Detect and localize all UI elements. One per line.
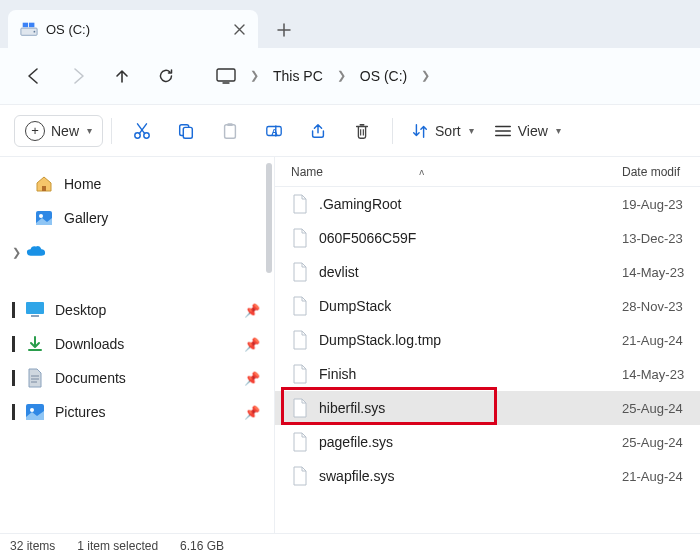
cut-button[interactable] bbox=[120, 116, 164, 146]
rename-button[interactable]: A bbox=[252, 116, 296, 146]
breadcrumb-root-icon[interactable] bbox=[210, 64, 242, 88]
nav-bar: ❯ This PC ❯ OS (C:) ❯ bbox=[0, 48, 700, 104]
paste-button[interactable] bbox=[208, 116, 252, 146]
sidebar-scrollbar[interactable] bbox=[266, 163, 272, 273]
file-row[interactable]: devlist14-May-23 bbox=[275, 255, 700, 289]
new-button[interactable]: + New ▾ bbox=[14, 115, 103, 147]
drive-icon bbox=[20, 20, 38, 38]
chevron-down-icon: ▾ bbox=[469, 125, 474, 136]
pin-icon[interactable]: 📌 bbox=[244, 371, 260, 386]
new-tab-button[interactable] bbox=[276, 22, 292, 38]
pictures-icon bbox=[25, 402, 45, 422]
documents-icon bbox=[25, 368, 45, 388]
sidebar-item-desktop[interactable]: Desktop 📌 bbox=[6, 293, 268, 327]
accent-bar bbox=[12, 336, 15, 352]
sidebar-label: Gallery bbox=[64, 210, 108, 226]
file-name: DumpStack.log.tmp bbox=[319, 332, 441, 348]
file-icon bbox=[291, 431, 309, 453]
file-icon bbox=[291, 329, 309, 351]
file-row[interactable]: pagefile.sys25-Aug-24 bbox=[275, 425, 700, 459]
svg-rect-13 bbox=[42, 186, 46, 191]
file-row[interactable]: .GamingRoot19-Aug-23 bbox=[275, 187, 700, 221]
chevron-down-icon: ▾ bbox=[87, 125, 92, 136]
sidebar-item-home[interactable]: Home bbox=[6, 167, 268, 201]
file-icon bbox=[291, 397, 309, 419]
sidebar-item-pictures[interactable]: Pictures 📌 bbox=[6, 395, 268, 429]
home-icon bbox=[34, 174, 54, 194]
file-row[interactable]: hiberfil.sys25-Aug-24 bbox=[275, 391, 700, 425]
pin-icon[interactable]: 📌 bbox=[244, 337, 260, 352]
sidebar: Home Gallery ❯ Desktop 📌 Downloads 📌 bbox=[0, 157, 275, 533]
onedrive-icon bbox=[26, 242, 46, 262]
sidebar-item-gallery[interactable]: Gallery bbox=[6, 201, 268, 235]
view-button[interactable]: View ▾ bbox=[484, 116, 571, 146]
column-date[interactable]: Date modif bbox=[622, 165, 700, 179]
back-button[interactable] bbox=[14, 56, 54, 96]
sidebar-label: Pictures bbox=[55, 404, 106, 420]
file-icon bbox=[291, 193, 309, 215]
pin-icon[interactable]: 📌 bbox=[244, 405, 260, 420]
breadcrumb-drive[interactable]: OS (C:) bbox=[354, 64, 413, 88]
chevron-right-icon[interactable]: ❯ bbox=[335, 69, 348, 82]
up-button[interactable] bbox=[102, 56, 142, 96]
gallery-icon bbox=[34, 208, 54, 228]
expand-caret-icon[interactable]: ❯ bbox=[6, 246, 26, 259]
close-icon[interactable] bbox=[232, 22, 246, 36]
chevron-right-icon[interactable]: ❯ bbox=[419, 69, 432, 82]
status-count: 32 items bbox=[10, 539, 55, 553]
file-name: pagefile.sys bbox=[319, 434, 393, 450]
accent-bar bbox=[12, 404, 15, 420]
sidebar-label: Home bbox=[64, 176, 101, 192]
svg-rect-2 bbox=[29, 23, 34, 28]
sort-indicator-icon: ʌ bbox=[419, 167, 424, 177]
refresh-button[interactable] bbox=[146, 56, 186, 96]
svg-rect-10 bbox=[227, 123, 232, 126]
file-row[interactable]: DumpStack28-Nov-23 bbox=[275, 289, 700, 323]
chevron-down-icon: ▾ bbox=[556, 125, 561, 136]
file-row[interactable]: Finish14-May-23 bbox=[275, 357, 700, 391]
file-date: 21-Aug-24 bbox=[622, 333, 700, 348]
sidebar-item-onedrive[interactable] bbox=[26, 235, 54, 269]
svg-rect-17 bbox=[31, 315, 39, 317]
file-date: 14-May-23 bbox=[622, 265, 700, 280]
status-size: 6.16 GB bbox=[180, 539, 224, 553]
file-name: devlist bbox=[319, 264, 359, 280]
separator bbox=[111, 118, 112, 144]
column-headers: Name ʌ Date modif bbox=[275, 157, 700, 187]
share-button[interactable] bbox=[296, 116, 340, 146]
file-pane: Name ʌ Date modif .GamingRoot19-Aug-2306… bbox=[275, 157, 700, 533]
tab-os-c[interactable]: OS (C:) bbox=[8, 10, 258, 48]
copy-button[interactable] bbox=[164, 116, 208, 146]
file-row[interactable]: swapfile.sys21-Aug-24 bbox=[275, 459, 700, 493]
sidebar-label: Desktop bbox=[55, 302, 106, 318]
file-date: 25-Aug-24 bbox=[622, 401, 700, 416]
file-name: DumpStack bbox=[319, 298, 391, 314]
svg-rect-4 bbox=[217, 69, 235, 81]
delete-button[interactable] bbox=[340, 116, 384, 146]
file-date: 13-Dec-23 bbox=[622, 231, 700, 246]
svg-text:A: A bbox=[271, 126, 278, 136]
file-name: 060F5066C59F bbox=[319, 230, 416, 246]
sort-button[interactable]: Sort ▾ bbox=[401, 116, 484, 146]
sidebar-item-documents[interactable]: Documents 📌 bbox=[6, 361, 268, 395]
forward-button[interactable] bbox=[58, 56, 98, 96]
file-name: swapfile.sys bbox=[319, 468, 394, 484]
file-icon bbox=[291, 465, 309, 487]
file-icon bbox=[291, 261, 309, 283]
chevron-right-icon[interactable]: ❯ bbox=[248, 69, 261, 82]
file-date: 21-Aug-24 bbox=[622, 469, 700, 484]
file-row[interactable]: 060F5066C59F13-Dec-23 bbox=[275, 221, 700, 255]
file-icon bbox=[291, 227, 309, 249]
sidebar-item-downloads[interactable]: Downloads 📌 bbox=[6, 327, 268, 361]
file-date: 14-May-23 bbox=[622, 367, 700, 382]
file-name: Finish bbox=[319, 366, 356, 382]
breadcrumb-thispc[interactable]: This PC bbox=[267, 64, 329, 88]
column-name[interactable]: Name ʌ bbox=[291, 165, 622, 179]
svg-rect-1 bbox=[23, 23, 28, 28]
file-rows: .GamingRoot19-Aug-23060F5066C59F13-Dec-2… bbox=[275, 187, 700, 493]
pin-icon[interactable]: 📌 bbox=[244, 303, 260, 318]
tab-bar: OS (C:) bbox=[0, 0, 700, 48]
breadcrumb: ❯ This PC ❯ OS (C:) ❯ bbox=[210, 64, 432, 88]
separator bbox=[392, 118, 393, 144]
file-row[interactable]: DumpStack.log.tmp21-Aug-24 bbox=[275, 323, 700, 357]
